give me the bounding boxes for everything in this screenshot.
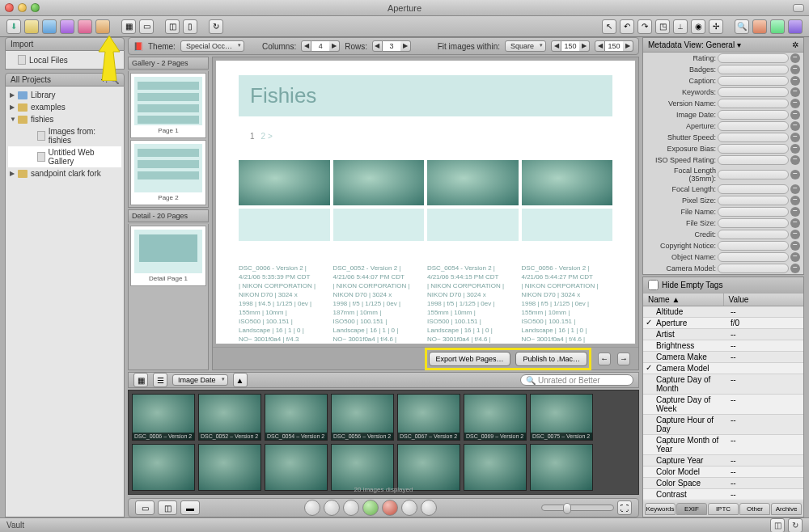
remove-field-button[interactable]: − (790, 252, 800, 262)
vault-sync-button[interactable]: ↻ (788, 518, 803, 533)
view-mode-button-2[interactable]: ▭ (139, 19, 154, 34)
columns-stepper[interactable]: ◀4▶ (301, 40, 340, 52)
sort-direction-button[interactable]: ▲ (233, 373, 248, 387)
filmstrip-thumb[interactable]: DSC_0067 – Version 2 (397, 394, 460, 441)
toolbar-toggle-button[interactable] (793, 4, 804, 12)
rows-stepper[interactable]: ◀3▶ (372, 40, 411, 52)
metadata-value-field[interactable] (718, 230, 789, 239)
tag-row[interactable]: Artist-- (643, 329, 803, 340)
rating-filter-search[interactable]: 🔍Unrated or Better (520, 374, 633, 386)
filmstrip-thumb[interactable]: DSC_0054 – Version 2 (265, 394, 328, 441)
tag-row[interactable]: Color Model-- (643, 467, 803, 478)
metadata-value-field[interactable] (718, 207, 789, 217)
new-project-button[interactable] (24, 19, 39, 34)
remove-field-button[interactable]: − (790, 76, 800, 86)
filmstrip-thumb[interactable] (198, 444, 261, 491)
all-projects-head[interactable]: All Projects +. 🔍 (5, 73, 125, 87)
filmstrip-thumb[interactable]: DSC_0075 – Version 2 (530, 394, 593, 441)
filmstrip-thumb[interactable] (464, 444, 527, 491)
new-album-button[interactable] (42, 19, 57, 34)
nav-last-button[interactable] (421, 500, 437, 516)
nav-next-button[interactable] (401, 500, 417, 516)
tree-examples[interactable]: ▶examples (8, 101, 121, 113)
metadata-value-field[interactable] (718, 170, 789, 179)
layout-button-2[interactable]: ▯ (183, 19, 197, 34)
export-web-pages-button[interactable]: Export Web Pages… (429, 352, 511, 366)
tag-list[interactable]: Altitude--✓Aperturef/0Artist--Brightness… (643, 306, 803, 501)
remove-field-button[interactable]: − (790, 87, 800, 97)
tag-row[interactable]: Brightness-- (643, 340, 803, 352)
import-arrow-icon[interactable]: ⬇ (6, 19, 21, 34)
metadata-value-field[interactable] (718, 99, 789, 108)
hide-empty-checkbox[interactable] (648, 280, 659, 290)
remove-field-button[interactable]: − (790, 65, 800, 74)
metadata-value-field[interactable] (718, 184, 789, 194)
metadata-value-field[interactable] (718, 76, 789, 86)
local-files-item[interactable]: Local Files (8, 53, 121, 66)
nav-first-button[interactable] (304, 500, 320, 516)
metadata-value-field[interactable] (718, 196, 789, 205)
new-book-button[interactable] (78, 19, 92, 34)
tag-row[interactable]: Capture Year-- (643, 455, 803, 467)
metadata-value-field[interactable] (718, 218, 789, 228)
web-gallery-canvas[interactable]: Fishies 12 > DSC_0006 - Version 2 | 4/21… (216, 61, 635, 344)
thumbnail-size-slider[interactable] (541, 505, 614, 511)
reject-button[interactable] (382, 500, 398, 516)
metadata-value-field[interactable] (718, 121, 789, 131)
viewer-mode-1[interactable]: ▭ (135, 500, 155, 515)
filmstrip-thumb[interactable]: DSC_0056 – Version 2 (331, 394, 394, 441)
gear-icon[interactable]: ✲ (792, 40, 798, 49)
tag-row[interactable]: Contrast-- (643, 489, 803, 500)
filmstrip-thumb[interactable] (331, 444, 394, 491)
remove-field-button[interactable]: − (790, 170, 800, 179)
inspector-tab-archive[interactable]: Archive (771, 503, 802, 515)
metadata-value-field[interactable] (718, 133, 789, 142)
metadata-view-popup[interactable]: Metadata View: General ▾ (648, 40, 741, 49)
vault-add-button[interactable]: ◫ (770, 518, 785, 533)
gallery-pager[interactable]: 12 > (239, 116, 612, 154)
viewer-mode-3[interactable]: ▬ (180, 500, 200, 515)
rate-up-button[interactable] (362, 500, 379, 516)
tree-fishies[interactable]: ▼fishies (8, 113, 121, 125)
keywords-hud-button[interactable] (770, 19, 785, 34)
new-smart-album-button[interactable] (60, 19, 74, 34)
inspector-toggle-button[interactable] (752, 19, 767, 34)
metadata-value-field[interactable] (718, 65, 789, 74)
page-thumb-1[interactable]: Page 1 (130, 73, 206, 138)
grid-view-button[interactable]: ▦ (133, 373, 148, 387)
straighten-tool-button[interactable]: ⟂ (673, 19, 688, 34)
loupe-button[interactable]: 🔍 (735, 19, 749, 34)
metadata-value-field[interactable] (718, 252, 789, 262)
remove-field-button[interactable]: − (790, 230, 800, 239)
tag-row[interactable]: ✓Aperturef/0 (643, 318, 803, 329)
tag-row[interactable]: Color Space-- (643, 478, 803, 489)
tree-untitled-web-gallery[interactable]: Untitled Web Gallery (8, 146, 121, 167)
remove-field-button[interactable]: − (790, 53, 800, 63)
sort-popup[interactable]: Image Date (172, 374, 228, 386)
crop-tool-button[interactable]: ◳ (655, 19, 670, 34)
filmstrip-thumb[interactable] (265, 444, 328, 491)
list-view-button[interactable]: ☰ (153, 373, 167, 387)
prev-page-arrow[interactable]: ← (598, 353, 611, 365)
remove-field-button[interactable]: − (790, 99, 800, 108)
theme-popup[interactable]: Special Occ… (180, 40, 244, 52)
remove-field-button[interactable]: − (790, 133, 800, 142)
metadata-value-field[interactable] (718, 241, 789, 251)
tag-row[interactable]: Altitude-- (643, 306, 803, 318)
tree-sandpoint[interactable]: ▶sandpoint clark fork (8, 167, 121, 179)
remove-field-button[interactable]: − (790, 144, 800, 154)
gallery-cell[interactable]: DSC_0052 - Version 2 | 4/21/06 5:44:07 P… (333, 160, 425, 344)
search-projects-button[interactable]: 🔍 (109, 75, 119, 84)
nav-prev-button[interactable] (324, 500, 340, 516)
rotate-cw-button[interactable]: ↷ (637, 19, 652, 34)
vault-label[interactable]: Vault (6, 521, 24, 530)
layout-button-1[interactable]: ◫ (165, 19, 180, 34)
filmstrip-thumb[interactable]: DSC_0052 – Version 2 (198, 394, 261, 441)
remove-field-button[interactable]: − (790, 264, 800, 273)
metadata-value-field[interactable] (718, 264, 789, 273)
inspector-tab-other[interactable]: Other (739, 503, 770, 515)
tree-images-from-fishies[interactable]: Images from: fishies (8, 125, 121, 146)
tag-row[interactable]: Capture Month of Year-- (643, 435, 803, 455)
tree-library[interactable]: ▶Library (8, 89, 121, 101)
remove-field-button[interactable]: − (790, 241, 800, 251)
